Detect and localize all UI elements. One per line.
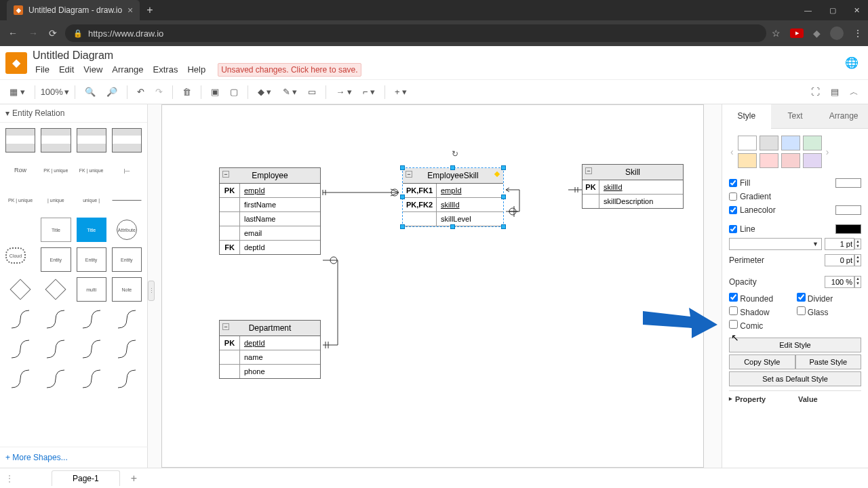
shape-entity-3[interactable]: Entity (112, 247, 142, 272)
delete-icon[interactable]: 🗑 (178, 84, 195, 100)
youtube-icon[interactable]: ▶ (790, 28, 804, 38)
fullscreen-icon[interactable]: ⛶ (807, 83, 824, 101)
more-shapes-link[interactable]: + More Shapes... (0, 447, 148, 468)
shape-rel-8[interactable] (112, 337, 142, 361)
swatch[interactable] (781, 153, 800, 168)
profile-avatar[interactable] (830, 26, 844, 40)
shape-entity-1[interactable]: Entity (41, 247, 71, 272)
shape-note[interactable]: Note (112, 277, 142, 302)
shadow-checkbox[interactable]: Shadow (729, 306, 794, 317)
collapse-icon[interactable]: − (406, 171, 412, 178)
shape-rel-7[interactable] (77, 337, 106, 361)
gradient-checkbox[interactable]: Gradient (729, 192, 771, 201)
redo-icon[interactable]: ↷ (151, 84, 167, 100)
view-dropdown[interactable]: ▦ ▾ (5, 84, 29, 100)
fill-color-icon[interactable]: ◆ ▾ (254, 84, 276, 100)
waypoint-icon[interactable]: ⌐ ▾ (359, 84, 379, 100)
shape-rel-9[interactable] (5, 367, 35, 391)
swatch[interactable] (803, 153, 822, 168)
edit-style-button[interactable]: Edit Style (729, 338, 861, 352)
shape-row-6[interactable]: | unique (41, 188, 71, 212)
collapse-icon[interactable]: ︿ (846, 83, 863, 101)
minimize-icon[interactable]: — (802, 6, 814, 15)
menu-view[interactable]: View (81, 63, 105, 77)
unsaved-warning[interactable]: Unsaved changes. Click here to save. (218, 63, 361, 77)
entity-department[interactable]: −Department PKdeptId name phone (219, 320, 321, 379)
paste-style-button[interactable]: Paste Style (795, 354, 862, 369)
menu-edit[interactable]: Edit (56, 63, 77, 77)
zoom-out-icon[interactable]: 🔎 (102, 84, 121, 100)
bookmark-icon[interactable]: ☆ (772, 28, 781, 39)
shape-row-7[interactable]: unique | (77, 188, 106, 212)
shape-blank[interactable] (5, 218, 35, 242)
swatch-next-icon[interactable]: › (825, 140, 831, 164)
opacity-input[interactable] (825, 276, 854, 288)
resize-handle[interactable] (400, 165, 405, 170)
shape-rel-11[interactable] (77, 367, 106, 391)
swatch[interactable] (781, 136, 800, 150)
extension-icon[interactable]: ◆ (813, 28, 821, 39)
entity-employeeskill[interactable]: −EmployeeSkill PK,FK1empId PK,FK2skillId… (402, 167, 504, 227)
swatch[interactable] (738, 136, 757, 150)
zoom-in-icon[interactable]: 🔍 (81, 84, 100, 100)
lanecolor-checkbox[interactable]: Lanecolor (729, 205, 776, 215)
line-color[interactable] (835, 224, 861, 234)
line-style-select[interactable]: ▼ (729, 238, 822, 250)
connection-icon[interactable]: → ▾ (332, 84, 356, 100)
line-color-icon[interactable]: ✎ ▾ (279, 84, 302, 100)
shape-row-end[interactable]: |— (112, 158, 142, 182)
shape-circle[interactable]: Attribute (117, 220, 137, 240)
sidebar-splitter[interactable]: ⋮ (148, 281, 155, 301)
resize-handle[interactable] (450, 165, 455, 170)
entity-employee[interactable]: −Employee PKempId firstName lastName ema… (219, 167, 321, 255)
tab-arrange[interactable]: Arrange (819, 104, 868, 128)
canvas[interactable]: ↻ −Employee PKempId firstName lastName e… (148, 104, 722, 468)
resize-handle[interactable] (501, 224, 506, 229)
menu-extras[interactable]: Extras (151, 63, 181, 77)
resize-handle[interactable] (501, 165, 506, 170)
close-tab-icon[interactable]: × (127, 5, 133, 16)
close-window-icon[interactable]: ✕ (851, 6, 863, 15)
line-checkbox[interactable]: Line (729, 224, 755, 234)
resize-handle[interactable] (400, 224, 405, 229)
menu-file[interactable]: File (33, 63, 52, 77)
shape-title[interactable]: Title (41, 218, 71, 242)
collapse-icon[interactable]: − (222, 171, 229, 178)
shape-table-3[interactable] (77, 128, 106, 152)
maximize-icon[interactable]: ▢ (827, 6, 839, 15)
url-input[interactable]: 🔒 https://www.draw.io (65, 24, 766, 42)
shape-title-blue[interactable]: Title (77, 218, 106, 242)
shape-diamond-2[interactable] (45, 279, 66, 300)
rounded-checkbox[interactable]: Rounded (729, 293, 794, 304)
property-list-header[interactable]: ▸ Property Value (729, 390, 861, 403)
sidebar-section-header[interactable]: ▾ Entity Relation (0, 104, 147, 123)
back-icon[interactable]: ← (5, 25, 20, 41)
rotate-handle-icon[interactable]: ↻ (452, 149, 458, 159)
shape-table-4[interactable] (112, 128, 142, 152)
shape-entity-2[interactable]: Entity (77, 247, 106, 272)
line-width-spinner[interactable]: ▲▼ (854, 239, 861, 249)
page-tab[interactable]: Page-1 (52, 470, 120, 486)
shape-row-fk[interactable]: FK | unique (77, 158, 106, 182)
perimeter-input[interactable] (825, 254, 854, 266)
tab-style[interactable]: Style (722, 104, 771, 129)
to-front-icon[interactable]: ▣ (207, 84, 223, 100)
shadow-icon[interactable]: ▭ (304, 84, 320, 100)
fill-checkbox[interactable]: Fill (729, 178, 750, 188)
perimeter-spinner[interactable]: ▲▼ (854, 254, 861, 266)
drawio-logo[interactable]: ◆ (5, 52, 27, 74)
add-page-button[interactable]: + (125, 472, 142, 485)
to-back-icon[interactable]: ▢ (226, 84, 242, 100)
undo-icon[interactable]: ↶ (133, 84, 149, 100)
reload-icon[interactable]: ⟳ (46, 25, 60, 41)
shape-rel-5[interactable] (5, 337, 35, 361)
new-tab-button[interactable]: + (146, 4, 153, 16)
globe-icon[interactable]: 🌐 (845, 56, 863, 69)
shape-rel-4[interactable] (112, 307, 142, 331)
zoom-control[interactable]: 100% ▾ (41, 87, 69, 97)
insert-icon[interactable]: + ▾ (391, 84, 411, 100)
comic-checkbox[interactable]: Comic (729, 320, 794, 331)
shape-table-2[interactable] (41, 128, 71, 152)
tab-text[interactable]: Text (771, 104, 820, 128)
shape-table-1[interactable] (5, 128, 35, 152)
